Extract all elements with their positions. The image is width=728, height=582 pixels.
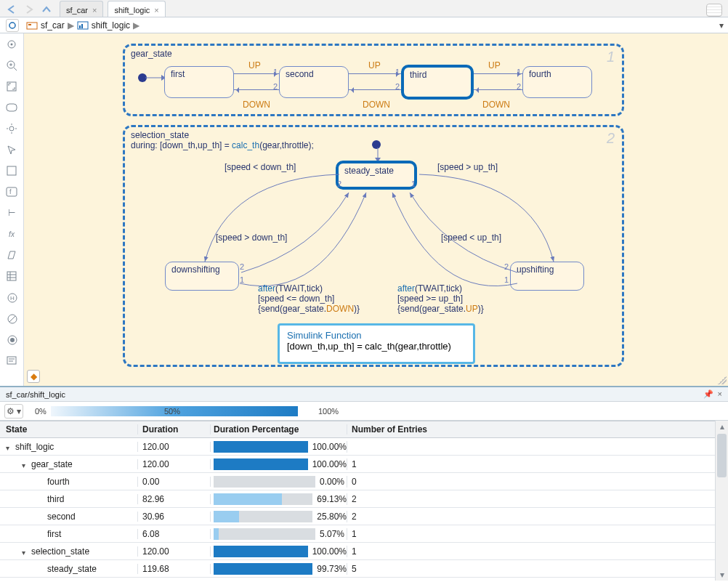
chevron-right-icon: ▶ <box>133 20 139 31</box>
zoom-in-icon[interactable] <box>5 59 18 72</box>
pct-label: 5.07% <box>320 529 344 539</box>
panel-header[interactable]: sf_car/shift_logic 📌 × <box>0 387 728 402</box>
table-row[interactable]: selection_state120.00100.00%1 <box>0 543 715 560</box>
keyboard-icon[interactable] <box>706 4 722 17</box>
svg-rect-32 <box>7 357 16 364</box>
priority-label: 1 <box>607 49 615 65</box>
pct-bar <box>214 476 315 488</box>
twist-icon[interactable] <box>22 461 28 467</box>
scroll-up-icon[interactable]: ▴ <box>716 421 728 432</box>
branch-icon[interactable]: ⊢ <box>5 206 18 219</box>
state-name: third <box>47 494 64 504</box>
transition[interactable] <box>234 73 279 74</box>
transition[interactable] <box>349 89 401 90</box>
col-entries[interactable]: Number of Entries <box>347 424 715 435</box>
simulink-function[interactable]: Simulink Function [down_th,up_th] = calc… <box>278 323 475 364</box>
entries-cell: 5 <box>347 564 715 574</box>
state-label: gear_state <box>131 49 172 59</box>
pct-bar <box>214 563 312 575</box>
table-row[interactable]: fourth0.000.00%0 <box>0 473 715 490</box>
state-second[interactable]: second <box>279 66 349 98</box>
breadcrumb: sf_car ▶ shift_logic ▶ ▾ <box>0 17 728 33</box>
table-row[interactable]: first6.085.07%1 <box>0 525 715 543</box>
state-upshifting[interactable]: upshifting <box>510 262 584 291</box>
history-icon[interactable]: H <box>5 291 18 304</box>
disable-icon[interactable] <box>5 312 18 325</box>
model-icon <box>26 20 38 31</box>
pct-bar <box>214 493 312 505</box>
transition[interactable] <box>474 89 522 90</box>
pct-label: 25.80% <box>317 512 347 522</box>
nav-forward-icon[interactable] <box>21 2 37 17</box>
duration-cell: 120.00 <box>138 459 211 469</box>
crumb-item[interactable]: shift_logic <box>92 20 130 31</box>
transition[interactable] <box>474 73 522 74</box>
table-row[interactable]: second30.9625.80%2 <box>0 508 715 525</box>
chart-canvas[interactable]: 1 gear_state first second third fourth U… <box>24 33 728 386</box>
twist-icon[interactable] <box>22 548 28 554</box>
pin-icon[interactable]: 📌 <box>703 389 713 399</box>
tab-label: shift_logic <box>114 6 150 15</box>
state-steady[interactable]: steady_state <box>336 161 417 190</box>
resize-grip-icon[interactable] <box>718 376 727 384</box>
nav-up-icon[interactable] <box>39 2 54 17</box>
close-icon[interactable]: × <box>154 6 158 15</box>
record-icon[interactable] <box>5 333 18 346</box>
view-mode-button[interactable] <box>6 19 19 32</box>
fit-icon[interactable] <box>5 80 18 93</box>
target-icon[interactable] <box>5 38 18 51</box>
settings-button[interactable]: ⚙ ▾ <box>4 404 23 419</box>
tab-shift-logic[interactable]: shift_logic× <box>108 1 165 17</box>
transition[interactable] <box>234 89 279 90</box>
svg-rect-20 <box>7 187 17 196</box>
svg-point-31 <box>10 338 15 342</box>
close-icon[interactable]: × <box>718 389 722 399</box>
activity-panel: sf_car/shift_logic 📌 × ⚙ ▾ 0% 50% 100% S… <box>0 387 728 581</box>
table-row[interactable]: shift_logic120.00100.00% <box>0 438 715 456</box>
rect-icon[interactable] <box>5 101 18 114</box>
close-icon[interactable]: × <box>92 6 97 15</box>
table-row[interactable]: steady_state119.6899.73%5 <box>0 560 715 578</box>
box-icon[interactable] <box>5 164 18 177</box>
func-icon[interactable]: f <box>5 185 18 198</box>
svg-line-9 <box>14 68 17 70</box>
text-icon[interactable] <box>5 354 18 367</box>
transition-action: after(TWAIT,tick) [speed >= up_th] {send… <box>397 283 484 314</box>
state-selection-state[interactable]: 2 selection_state during: [down_th,up_th… <box>123 125 624 367</box>
entries-cell: 2 <box>347 494 715 504</box>
table-icon[interactable] <box>5 270 18 283</box>
col-pct[interactable]: Duration Percentage <box>211 424 347 435</box>
sun-icon[interactable] <box>5 122 18 135</box>
col-state[interactable]: State <box>0 424 138 435</box>
state-third[interactable]: third <box>401 65 474 100</box>
svg-rect-4 <box>79 25 81 28</box>
col-duration[interactable]: Duration <box>138 424 211 435</box>
twist-icon[interactable] <box>6 443 12 450</box>
para-icon[interactable] <box>5 248 18 262</box>
state-first[interactable]: first <box>164 66 234 98</box>
duration-cell: 0.00 <box>138 477 211 487</box>
arrow-tool-icon[interactable] <box>5 143 18 156</box>
scrollbar[interactable]: ▴ ▾ <box>715 421 728 581</box>
state-fourth[interactable]: fourth <box>522 66 592 98</box>
svg-rect-19 <box>7 166 16 175</box>
svg-rect-2 <box>28 24 31 25</box>
svg-point-14 <box>9 126 14 131</box>
crumb-item[interactable]: sf_car <box>41 20 65 31</box>
svg-point-0 <box>9 23 15 28</box>
table-row[interactable]: third82.9669.13%2 <box>0 490 715 508</box>
tab-sf-car[interactable]: sf_car× <box>60 1 103 17</box>
diagnostics-icon[interactable]: ◆ <box>27 370 40 383</box>
nav-back-icon[interactable] <box>4 2 20 17</box>
scroll-down-icon[interactable]: ▾ <box>716 569 728 581</box>
left-toolbar: f ⊢ fx H <box>0 33 24 386</box>
state-table[interactable]: State Duration Duration Percentage Numbe… <box>0 421 715 581</box>
fx-icon[interactable]: fx <box>5 227 18 241</box>
table-row[interactable]: gear_state120.00100.00%1 <box>0 456 715 473</box>
state-downshifting[interactable]: downshifting <box>165 262 239 291</box>
transition[interactable] <box>349 73 401 74</box>
state-name: shift_logic <box>15 442 54 452</box>
state-gear-state[interactable]: 1 gear_state first second third fourth U… <box>123 44 624 116</box>
dropdown-icon[interactable]: ▾ <box>719 20 724 31</box>
scroll-thumb[interactable] <box>717 434 727 477</box>
